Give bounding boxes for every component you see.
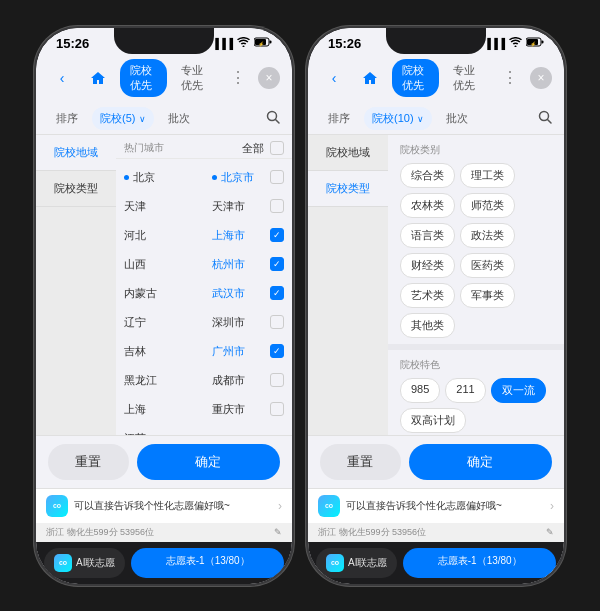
beijing-dot bbox=[212, 175, 217, 180]
city-heilongjiang[interactable]: 黑龙江 bbox=[116, 366, 204, 395]
tab-college-priority-1[interactable]: 院校优先 bbox=[120, 59, 167, 97]
left-item-region-1[interactable]: 院校地域 bbox=[36, 135, 116, 171]
left-item-region-2[interactable]: 院校地域 bbox=[308, 135, 388, 171]
beijing-checkbox[interactable] bbox=[270, 170, 284, 184]
city-shanghai-left[interactable]: 上海 bbox=[116, 395, 204, 424]
tag-finance[interactable]: 财经类 bbox=[400, 253, 455, 278]
all-checkbox[interactable] bbox=[270, 141, 284, 155]
city-liaoning[interactable]: 辽宁 bbox=[116, 308, 204, 337]
city-shanxi[interactable]: 山西 bbox=[116, 250, 204, 279]
chongqing-checkbox[interactable] bbox=[270, 402, 284, 416]
province-edit-1[interactable]: ✎ bbox=[274, 527, 282, 537]
nav-tabs-1: 院校优先 专业优先 bbox=[120, 59, 218, 97]
tianjin-checkbox[interactable] bbox=[270, 199, 284, 213]
wifi-icon-2 bbox=[509, 37, 522, 49]
city-tianjin-right[interactable]: 天津市 bbox=[204, 192, 292, 221]
tag-shuangyiliu[interactable]: 双一流 bbox=[491, 378, 546, 403]
status-time-1: 15:26 bbox=[56, 36, 89, 51]
tag-211[interactable]: 211 bbox=[445, 378, 485, 403]
city-beijing-right[interactable]: 北京市 bbox=[204, 163, 292, 192]
city-shenzhen[interactable]: 深圳市 bbox=[204, 308, 292, 337]
confirm-button-1[interactable]: 确定 bbox=[137, 444, 280, 480]
close-button-2[interactable]: × bbox=[530, 67, 552, 89]
tag-agriculture[interactable]: 农林类 bbox=[400, 193, 455, 218]
city-neimenggu[interactable]: 内蒙古 bbox=[116, 279, 204, 308]
ai-label-1: AI联志愿 bbox=[76, 556, 115, 570]
wifi-icon bbox=[237, 37, 250, 49]
status-icons-2: ▐▐▐ ⚡ bbox=[484, 37, 544, 49]
tab-major-priority-1[interactable]: 专业优先 bbox=[171, 59, 218, 97]
tab-major-priority-2[interactable]: 专业优先 bbox=[443, 59, 490, 97]
batch-tab-1[interactable]: 批次 bbox=[160, 107, 198, 130]
svg-line-5 bbox=[276, 119, 280, 123]
province-bar-1: 浙江 物化生599分 53956位 ✎ bbox=[36, 523, 292, 542]
city-tianjin[interactable]: 天津 bbox=[116, 192, 204, 221]
batch-tab-2[interactable]: 批次 bbox=[438, 107, 476, 130]
ai-button-1[interactable]: co AI联志愿 bbox=[44, 548, 125, 578]
city-jilin[interactable]: 吉林 bbox=[116, 337, 204, 366]
main-tab-button-2[interactable]: 志愿表-1（13/80） bbox=[403, 548, 556, 578]
sort-tab-2[interactable]: 排序 bbox=[320, 107, 358, 130]
college-tab-2[interactable]: 院校(10) ∨ bbox=[364, 107, 432, 130]
city-chongqing[interactable]: 重庆市 bbox=[204, 395, 292, 424]
left-item-type-2[interactable]: 院校类型 bbox=[308, 171, 388, 207]
chengdu-checkbox[interactable] bbox=[270, 373, 284, 387]
college-tab-1[interactable]: 院校(5) ∨ bbox=[92, 107, 154, 130]
tag-other[interactable]: 其他类 bbox=[400, 313, 455, 338]
tag-engineering[interactable]: 理工类 bbox=[460, 163, 515, 188]
promo-bar-2[interactable]: co 可以直接告诉我个性化志愿偏好哦~ › bbox=[308, 488, 564, 523]
shanghai-checkbox[interactable]: ✓ bbox=[270, 228, 284, 242]
ai-button-2[interactable]: co AI联志愿 bbox=[316, 548, 397, 578]
city-shanghai-right[interactable]: 上海市 ✓ bbox=[204, 221, 292, 250]
search-button-2[interactable] bbox=[538, 110, 552, 127]
city-chengdu[interactable]: 成都市 bbox=[204, 366, 292, 395]
reset-button-1[interactable]: 重置 bbox=[48, 444, 129, 480]
tag-comprehensive[interactable]: 综合类 bbox=[400, 163, 455, 188]
wuhan-checkbox[interactable]: ✓ bbox=[270, 286, 284, 300]
more-button-1[interactable]: ⋮ bbox=[226, 68, 250, 87]
left-item-type-1[interactable]: 院校类型 bbox=[36, 171, 116, 207]
tag-art[interactable]: 艺术类 bbox=[400, 283, 455, 308]
tag-military[interactable]: 军事类 bbox=[460, 283, 515, 308]
close-button-1[interactable]: × bbox=[258, 67, 280, 89]
reset-button-2[interactable]: 重置 bbox=[320, 444, 401, 480]
promo-bar-1[interactable]: co 可以直接告诉我个性化志愿偏好哦~ › bbox=[36, 488, 292, 523]
city-jiangsu[interactable]: 江苏 bbox=[116, 424, 204, 435]
all-label: 全部 bbox=[242, 141, 264, 156]
tag-medicine[interactable]: 医药类 bbox=[460, 253, 515, 278]
back-button-2[interactable]: ‹ bbox=[320, 64, 348, 92]
shenzhen-checkbox[interactable] bbox=[270, 315, 284, 329]
more-button-2[interactable]: ⋮ bbox=[498, 68, 522, 87]
promo-icon-1: co bbox=[46, 495, 68, 517]
home-button-2[interactable] bbox=[356, 64, 384, 92]
hangzhou-checkbox[interactable]: ✓ bbox=[270, 257, 284, 271]
home-button-1[interactable] bbox=[84, 64, 112, 92]
back-button-1[interactable]: ‹ bbox=[48, 64, 76, 92]
city-hangzhou[interactable]: 杭州市 ✓ bbox=[204, 250, 292, 279]
main-tab-button-1[interactable]: 志愿表-1（13/80） bbox=[131, 548, 284, 578]
province-col: 北京 天津 河北 山西 内蒙古 辽宁 吉林 黑龙江 上海 bbox=[116, 159, 204, 435]
left-panel-2: 院校地域 院校类型 bbox=[308, 135, 388, 435]
tag-language[interactable]: 语言类 bbox=[400, 223, 455, 248]
tag-law[interactable]: 政法类 bbox=[460, 223, 515, 248]
promo-icon-2: co bbox=[318, 495, 340, 517]
close-icon-1: × bbox=[265, 71, 272, 85]
confirm-button-2[interactable]: 确定 bbox=[409, 444, 552, 480]
tag-shuanggao[interactable]: 双高计划 bbox=[400, 408, 466, 433]
guangzhou-checkbox[interactable]: ✓ bbox=[270, 344, 284, 358]
battery-icon: ⚡ bbox=[254, 37, 272, 49]
sort-tab-1[interactable]: 排序 bbox=[48, 107, 86, 130]
promo-arrow-2: › bbox=[550, 499, 554, 513]
nav-bar-2: ‹ 院校优先 专业优先 ⋮ × bbox=[308, 55, 564, 103]
city-beijing[interactable]: 北京 bbox=[116, 163, 204, 192]
tag-normal[interactable]: 师范类 bbox=[460, 193, 515, 218]
city-hebei[interactable]: 河北 bbox=[116, 221, 204, 250]
tag-985[interactable]: 985 bbox=[400, 378, 440, 403]
tab-college-priority-2[interactable]: 院校优先 bbox=[392, 59, 439, 97]
city-wuhan[interactable]: 武汉市 ✓ bbox=[204, 279, 292, 308]
city-guangzhou[interactable]: 广州市 ✓ bbox=[204, 337, 292, 366]
right-panel-1: 热门城市 全部 北京 bbox=[116, 135, 292, 435]
svg-rect-2 bbox=[270, 41, 272, 44]
province-edit-2[interactable]: ✎ bbox=[546, 527, 554, 537]
search-button-1[interactable] bbox=[266, 110, 280, 127]
